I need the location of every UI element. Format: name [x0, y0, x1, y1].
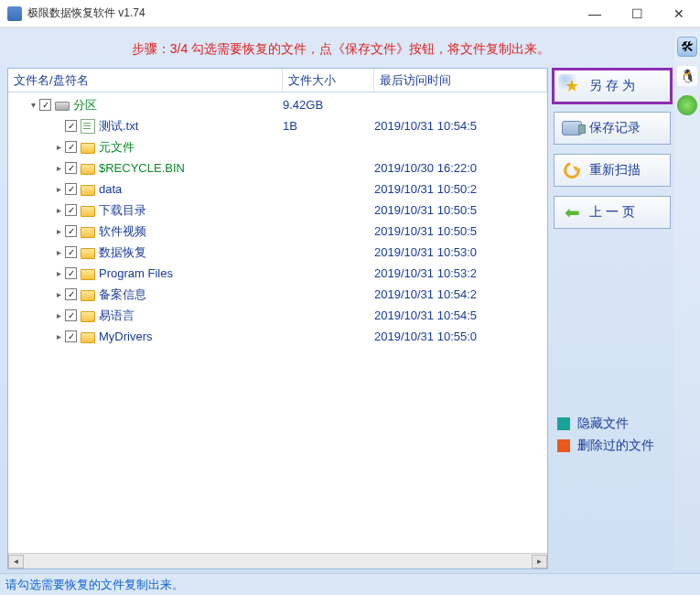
row-date: 2019/10/31 10:54:5: [374, 308, 547, 322]
expander-icon[interactable]: ▸: [52, 268, 65, 278]
tree-row[interactable]: ▸易语言2019/10/31 10:54:5: [8, 305, 547, 326]
checkbox[interactable]: [65, 267, 77, 279]
folder-icon: [81, 332, 95, 343]
folder-icon: [81, 227, 95, 238]
tree-row[interactable]: ▸备案信息2019/10/31 10:54:2: [8, 284, 547, 305]
close-button[interactable]: ✕: [658, 0, 700, 27]
column-date[interactable]: 最后访问时间: [374, 69, 547, 92]
save-as-label: 另 存 为: [589, 78, 635, 94]
rail-tool-icon[interactable]: 🛠: [677, 37, 697, 57]
expander-icon[interactable]: ▸: [52, 163, 65, 173]
rescan-button[interactable]: 重新扫描: [554, 154, 671, 187]
row-label: Program Files: [99, 266, 173, 280]
folder-icon: [81, 290, 95, 301]
checkbox[interactable]: [65, 183, 77, 195]
right-rail: 🛠 🐧: [674, 31, 700, 569]
tree-row[interactable]: ▸$RECYCLE.BIN2019/10/30 16:22:0: [8, 157, 547, 178]
legend-hidden-swatch: [557, 417, 570, 430]
row-date: 2019/10/31 10:54:5: [374, 119, 547, 133]
title-bar: 极限数据恢复软件 v1.74 — ☐ ✕: [0, 0, 700, 27]
legend-deleted-swatch: [557, 439, 570, 452]
side-buttons: 另 存 为 保存记录 重新扫描 ⬅ 上 一 页 隐藏文件: [554, 68, 671, 569]
horizontal-scrollbar[interactable]: ◄ ►: [8, 553, 547, 568]
tree-row[interactable]: ▸data2019/10/31 10:50:2: [8, 178, 547, 200]
window-controls: — ☐ ✕: [574, 0, 700, 27]
row-label: 下载目录: [99, 202, 146, 219]
row-date: 2019/10/31 10:55:0: [374, 330, 547, 343]
tree-row[interactable]: ▾分区9.42GB: [8, 94, 547, 115]
legend-hidden: 隐藏文件: [557, 416, 667, 432]
tree-row[interactable]: ▸元文件: [8, 136, 547, 157]
row-date: 2019/10/31 10:50:5: [374, 224, 547, 238]
checkbox[interactable]: [65, 246, 77, 258]
folder-icon: [81, 206, 95, 217]
row-label: 易语言: [99, 308, 135, 324]
checkbox[interactable]: [65, 309, 77, 321]
rail-help-icon[interactable]: [677, 95, 697, 115]
row-label: 分区: [73, 97, 97, 114]
column-size[interactable]: 文件大小: [283, 69, 374, 92]
step-message: 步骤：3/4 勾选需要恢复的文件，点《保存文件》按钮，将文件复制出来。: [7, 31, 674, 68]
checkbox[interactable]: [65, 162, 77, 174]
checkbox[interactable]: [65, 330, 77, 342]
save-log-label: 保存记录: [589, 120, 641, 136]
checkbox[interactable]: [65, 141, 77, 153]
expander-icon[interactable]: ▸: [52, 226, 65, 236]
row-label: data: [99, 182, 122, 196]
row-date: 2019/10/31 10:53:2: [374, 266, 547, 280]
row-date: 2019/10/31 10:53:0: [374, 245, 547, 259]
row-date: 2019/10/31 10:50:2: [374, 182, 547, 196]
checkbox[interactable]: [65, 120, 77, 132]
folder-icon: [81, 143, 95, 154]
tree-row[interactable]: ▸Program Files2019/10/31 10:53:2: [8, 263, 547, 284]
folder-icon: [81, 164, 95, 175]
tree-body[interactable]: ▾分区9.42GB测试.txt1B2019/10/31 10:54:5▸元文件▸…: [8, 92, 547, 553]
row-label: MyDrivers: [99, 330, 153, 343]
checkbox[interactable]: [65, 204, 77, 216]
status-bar: 请勾选需要恢复的文件复制出来。: [0, 573, 700, 595]
drive-icon: [55, 102, 70, 111]
legend-hidden-label: 隐藏文件: [577, 416, 629, 432]
tree-row[interactable]: ▸MyDrivers2019/10/31 10:55:0: [8, 326, 547, 347]
file-tree-panel: 文件名/盘符名 文件大小 最后访问时间 ▾分区9.42GB测试.txt1B201…: [7, 68, 548, 569]
status-text: 请勾选需要恢复的文件复制出来。: [5, 577, 184, 593]
expander-icon[interactable]: ▸: [52, 205, 65, 215]
scroll-track[interactable]: [24, 555, 532, 568]
maximize-button[interactable]: ☐: [616, 0, 658, 27]
row-size: 9.42GB: [283, 98, 374, 112]
expander-icon[interactable]: ▸: [52, 142, 65, 152]
expander-icon[interactable]: ▸: [52, 331, 65, 341]
back-label: 上 一 页: [589, 204, 635, 221]
scroll-right-icon[interactable]: ►: [532, 555, 547, 568]
folder-icon: [81, 269, 95, 280]
back-arrow-icon: ⬅: [562, 202, 582, 222]
expander-icon[interactable]: ▸: [52, 289, 65, 299]
expander-icon[interactable]: ▸: [52, 310, 65, 320]
app-icon: [7, 6, 22, 21]
tree-row[interactable]: ▸下载目录2019/10/31 10:50:5: [8, 200, 547, 221]
row-label: 元文件: [99, 139, 135, 156]
expander-icon[interactable]: ▸: [52, 184, 65, 194]
tree-row[interactable]: ▸数据恢复2019/10/31 10:53:0: [8, 242, 547, 263]
txt-icon: [81, 119, 95, 134]
row-date: 2019/10/31 10:50:5: [374, 203, 547, 217]
row-label: 测试.txt: [99, 118, 138, 135]
scroll-left-icon[interactable]: ◄: [8, 555, 24, 568]
save-log-button[interactable]: 保存记录: [554, 112, 671, 145]
expander-icon[interactable]: ▸: [52, 247, 65, 257]
row-date: 2019/10/30 16:22:0: [374, 161, 547, 175]
back-button[interactable]: ⬅ 上 一 页: [554, 196, 671, 229]
checkbox[interactable]: [39, 99, 51, 111]
checkbox[interactable]: [65, 288, 77, 300]
star-icon: [562, 76, 582, 96]
minimize-button[interactable]: —: [574, 0, 616, 27]
tree-row[interactable]: ▸软件视频2019/10/31 10:50:5: [8, 221, 547, 242]
expander-icon[interactable]: ▾: [27, 100, 39, 110]
checkbox[interactable]: [65, 225, 77, 237]
rail-qq-icon[interactable]: 🐧: [677, 66, 697, 86]
tree-row[interactable]: 测试.txt1B2019/10/31 10:54:5: [8, 115, 547, 136]
legend: 隐藏文件 删除过的文件: [554, 410, 671, 569]
column-name[interactable]: 文件名/盘符名: [8, 69, 283, 92]
save-as-button[interactable]: 另 存 为: [554, 70, 671, 103]
legend-deleted-label: 删除过的文件: [577, 438, 654, 454]
